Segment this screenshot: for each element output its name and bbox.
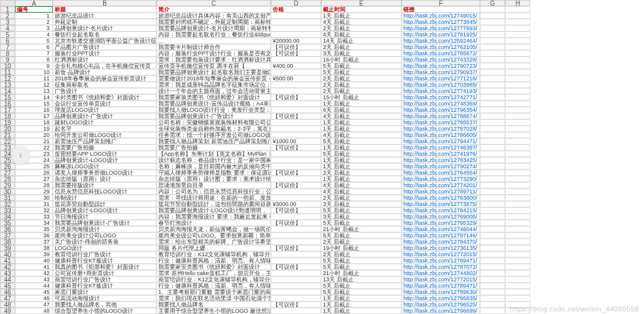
cell[interactable] [480, 100, 505, 107]
cell[interactable] [505, 232, 530, 239]
cell[interactable] [505, 176, 530, 182]
cell-intro[interactable]: 设计标志名称：睿品设计行业：是一家中国家居设计¥100.00 [156, 157, 271, 163]
row-header[interactable]: 48 [0, 301, 15, 308]
cell[interactable] [480, 126, 505, 132]
cell-title[interactable]: 品牌创意设计-名片设计 [53, 25, 156, 31]
cell-link[interactable]: http://task.zbj.com/12774201/ [401, 182, 480, 188]
cell[interactable] [480, 82, 505, 88]
cell[interactable] [480, 44, 505, 50]
cell-intro[interactable]: 1、主要考察部门窗败 需要设个家居门窗的商标¥500.00 [156, 289, 271, 295]
cell[interactable] [480, 75, 505, 82]
cell-deadline[interactable]: 21小时 后截止 [321, 226, 401, 232]
cell-id[interactable]: 44 [15, 283, 53, 289]
cell[interactable] [480, 57, 505, 63]
cell-link[interactable]: http://task.zbj.com/12781925/ [401, 31, 480, 38]
column-header-H[interactable]: H [505, 0, 530, 6]
cell-deadline[interactable]: 5天 后截止 [321, 69, 401, 75]
row-header[interactable]: 13 [0, 82, 15, 88]
cell[interactable] [505, 188, 530, 195]
cell[interactable] [505, 289, 530, 295]
cell-title[interactable]: 公司宣传册+画折页设计 [53, 270, 156, 276]
cell-title[interactable]: 北京市轨道交通消防平面公益广告设计征集大 [53, 38, 156, 44]
cell[interactable] [505, 157, 530, 163]
cell-link[interactable]: http://task.zbj.com/12796699/ [401, 308, 480, 314]
cell[interactable] [480, 38, 505, 44]
cell-title[interactable]: 品牌创意设计-LOGO设计 [53, 157, 156, 163]
cell-price[interactable] [271, 25, 321, 31]
cell-deadline[interactable]: 1天 后截止 [321, 100, 401, 107]
cell-title[interactable]: 贝类新淘海报设计 [53, 226, 156, 232]
cell-id[interactable]: 14 [15, 94, 53, 100]
row-header[interactable]: 35 [0, 220, 15, 226]
cell-deadline[interactable]: 5天 后截止 [321, 138, 401, 144]
cell-id[interactable]: 8 [15, 57, 53, 63]
cell[interactable] [480, 176, 505, 182]
cell[interactable] [505, 94, 530, 100]
cell-price[interactable] [271, 226, 321, 232]
cell[interactable] [505, 126, 530, 132]
header-title[interactable]: 标题 [53, 6, 156, 13]
row-header[interactable]: 33 [0, 207, 15, 214]
cell-id[interactable]: 7 [15, 50, 53, 57]
cell-title[interactable]: 综合型望养生小馆的LOGO设计 [53, 308, 156, 314]
row-header[interactable]: 29 [0, 182, 15, 188]
cell-intro[interactable]: 我需要家安类图书《统妞和爱》封面设计 [156, 264, 271, 270]
cell-deadline[interactable]: 1天 后截止 [321, 144, 401, 151]
cell-title[interactable]: 关广告设计-伟创的箭务装 [53, 239, 156, 245]
cell-title[interactable]: 外延定制 [53, 19, 156, 25]
cell-price[interactable] [271, 100, 321, 107]
cell-intro[interactable]: 我需要卡片制设计师合作 [156, 44, 271, 50]
cell-intro[interactable]: 需求：我需要包装设计要求：红酒酒标设计具体细节【可议价】 [156, 57, 271, 63]
row-header[interactable]: 5 [0, 31, 15, 38]
cell-id[interactable]: 6 [15, 44, 53, 50]
cell-price[interactable]: 【可议价】 [271, 44, 321, 50]
cell-title[interactable]: 我要找人做品牌名，其他 [53, 301, 156, 308]
header-deadline[interactable]: 截止时间 [321, 6, 401, 13]
cell-intro[interactable]: 我需要品牌创意设计 起名取名我们主要是做DHA核心¥100.00 [156, 69, 271, 75]
cell-deadline[interactable]: 21小时 后截止 [321, 270, 401, 276]
cell-deadline[interactable]: 4天 后截止 [321, 31, 401, 38]
cell-id[interactable]: 12 [15, 82, 53, 88]
cell[interactable] [505, 144, 530, 151]
cell-link[interactable]: http://task.zbj.com/12771216/ [401, 75, 480, 82]
cell[interactable] [505, 75, 530, 82]
cell[interactable] [505, 44, 530, 50]
cell[interactable] [505, 201, 530, 207]
cell-intro[interactable]: 守戒人律师事务所律师是指数 要求：保证源说： [156, 170, 271, 176]
cell-price[interactable] [271, 151, 321, 157]
cell-deadline[interactable]: 3天 后截止 [321, 50, 401, 57]
cell[interactable] [505, 295, 530, 301]
cell-id[interactable]: 19 [15, 126, 53, 132]
cell-id[interactable]: 30 [15, 195, 53, 201]
cell-intro[interactable]: 设计一个年会的主题画面，过年会活动背景主题画面【可议价】 [156, 88, 271, 94]
cell[interactable] [480, 113, 505, 119]
cell-title[interactable]: 企业礼包核心礼品，在手机微信宣传页 [53, 63, 156, 69]
cell-link[interactable]: http://task.zbj.com/12795835/ [401, 295, 480, 301]
cell-intro[interactable]: 教育培训行业：K12文化课辅导机构，辅导分站区域¥1000.00 [156, 251, 271, 257]
cell-title[interactable]: 建材LOGO设计 [53, 119, 156, 126]
cell-deadline[interactable]: 1天 后截止 [321, 295, 401, 301]
cell-price[interactable] [271, 126, 321, 132]
cell-intro[interactable]: 内容：服装行业PPT设计行业：服装是否有文案： [156, 50, 271, 57]
row-header[interactable]: 2 [0, 13, 15, 19]
cell-deadline[interactable]: 14天 后截止 [321, 38, 401, 44]
cell[interactable] [505, 100, 530, 107]
cell-link[interactable]: http://task.zbj.com/12772015/ [401, 251, 480, 257]
cell-price[interactable] [271, 88, 321, 94]
cell-intro[interactable]: 杂志排版（原画）设计图；要求：美术设计纸高，技¥4000.00 [156, 176, 271, 182]
prev-nav-button[interactable]: ‹ [11, 146, 30, 165]
cell[interactable] [480, 188, 505, 195]
cell-intro[interactable]: 我需要品牌创意设计-LOGO设计勤道明明， [156, 207, 271, 214]
column-header-F[interactable]: F [401, 0, 480, 6]
cell[interactable] [480, 301, 505, 308]
column-header-D[interactable]: D [271, 0, 321, 6]
cell[interactable] [480, 170, 505, 176]
cell[interactable] [505, 214, 530, 220]
cell-deadline[interactable]: 2天 后截止 [321, 44, 401, 50]
cell[interactable] [505, 82, 530, 88]
cell-id[interactable]: 1 [15, 13, 53, 19]
cell-link[interactable]: http://task.zbj.com/12748369/ [401, 100, 480, 107]
cell-price[interactable]: 【可议价】 [271, 170, 321, 176]
cell-price[interactable] [271, 195, 321, 201]
cell-link[interactable]: http://task.zbj.com/12797028/ [401, 126, 480, 132]
